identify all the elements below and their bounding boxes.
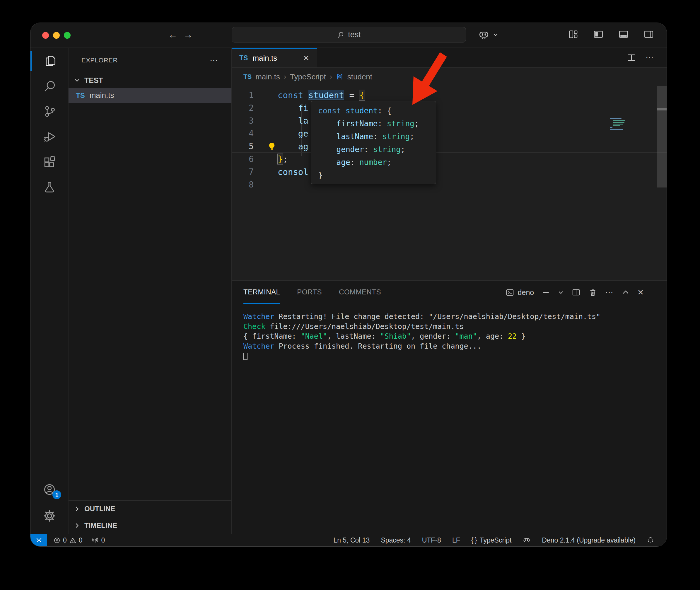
chevron-down-icon[interactable] <box>493 32 498 37</box>
tab-ports[interactable]: PORTS <box>297 281 322 304</box>
timeline-section-header[interactable]: TIMELINE <box>69 517 231 534</box>
sidebar-title: EXPLORER <box>81 57 118 64</box>
toggle-primary-sidebar-icon[interactable] <box>593 29 603 39</box>
terminal-line: { firstName: "Nael", lastName: "Shiab", … <box>243 331 667 341</box>
minimize-window-button[interactable] <box>53 32 60 39</box>
file-item-main-ts[interactable]: TS main.ts <box>69 88 231 103</box>
language-mode-status[interactable]: { } TypeScript <box>471 536 512 544</box>
code-line[interactable]: 2 fi <box>232 102 667 114</box>
symbol-object-icon <box>336 73 343 81</box>
lightbulb-icon[interactable] <box>267 141 277 152</box>
outline-section-header[interactable]: OUTLINE <box>69 500 231 517</box>
breadcrumb-separator: › <box>284 73 286 81</box>
shell-label: deno <box>518 288 534 297</box>
split-terminal-icon[interactable] <box>572 288 581 297</box>
warning-icon <box>70 537 76 544</box>
editor-more-actions-icon[interactable]: ⋯ <box>645 53 654 63</box>
kill-terminal-trash-icon[interactable] <box>588 288 597 297</box>
indentation-status[interactable]: Spaces: 4 <box>381 536 411 544</box>
close-panel-icon[interactable]: ✕ <box>637 288 644 297</box>
breadcrumb-symbol[interactable]: student <box>347 72 372 81</box>
code-line[interactable]: 4 ge <box>232 127 667 140</box>
code-line[interactable]: 5 ag <box>232 140 667 153</box>
tooltip-line: age: number; <box>318 156 436 169</box>
close-tab-icon[interactable]: ✕ <box>303 54 309 63</box>
split-editor-icon[interactable] <box>627 53 636 63</box>
radio-tower-icon <box>92 537 99 544</box>
activity-source-control-icon[interactable] <box>30 99 68 124</box>
eol-status[interactable]: LF <box>452 536 460 544</box>
chevron-down-icon <box>74 77 80 84</box>
code-editor[interactable]: 1const student = {2 fi3 la4 ge5 ag6};7co… <box>232 86 667 280</box>
toggle-panel-icon[interactable] <box>619 29 628 39</box>
line-number: 3 <box>232 116 254 126</box>
line-number: 7 <box>232 167 254 177</box>
tab-main-ts[interactable]: TS main.ts ✕ <box>232 48 317 67</box>
terminal-line: Check file:///Users/naelshiab/Desktop/te… <box>243 322 667 331</box>
code-text: la <box>254 116 308 126</box>
toggle-secondary-sidebar-icon[interactable] <box>644 29 654 39</box>
editor-scrollbar[interactable] <box>657 86 667 188</box>
code-line[interactable]: 6}; <box>232 153 667 166</box>
activity-testing-icon[interactable] <box>30 174 68 199</box>
file-name: main.ts <box>90 91 114 100</box>
code-line[interactable]: 8 <box>232 178 667 191</box>
launch-profile-chevron-icon[interactable] <box>558 289 564 295</box>
workspace-root-folder[interactable]: TEST <box>69 73 231 88</box>
tooltip-line: const student: { <box>318 104 436 117</box>
chevron-right-icon <box>74 506 80 512</box>
terminal-output[interactable]: Watcher Restarting! File change detected… <box>232 304 667 534</box>
account-badge: 1 <box>53 490 61 499</box>
new-terminal-icon[interactable] <box>542 288 550 296</box>
activity-run-debug-icon[interactable] <box>30 124 68 149</box>
code-line[interactable]: 7consol <box>232 166 667 178</box>
minimap[interactable] <box>610 118 627 131</box>
terminal-line: Watcher Process finished. Restarting on … <box>243 341 667 351</box>
line-number: 2 <box>232 103 254 113</box>
code-text: consol <box>254 167 308 177</box>
settings-gear-icon[interactable] <box>30 503 68 529</box>
tab-comments[interactable]: COMMENTS <box>339 281 381 304</box>
breadcrumb-scope[interactable]: TypeScript <box>290 72 326 81</box>
problems-status[interactable]: 0 0 <box>54 536 83 544</box>
tooltip-line: gender: string; <box>318 143 436 156</box>
remote-indicator[interactable] <box>30 534 47 546</box>
forward-icon[interactable]: → <box>183 29 193 40</box>
hover-tooltip: const student: { firstName: string; last… <box>311 101 436 184</box>
error-icon <box>54 537 60 544</box>
code-line[interactable]: 3 la <box>232 114 667 127</box>
terminal-profile[interactable]: deno <box>506 288 534 297</box>
tooltip-line: } <box>318 169 436 182</box>
copilot-icon[interactable] <box>478 29 490 40</box>
close-window-button[interactable] <box>42 32 49 39</box>
notifications-bell-icon[interactable] <box>647 536 654 544</box>
terminal-line <box>243 351 667 361</box>
breadcrumb-file[interactable]: main.ts <box>256 72 280 81</box>
command-center-search[interactable]: test <box>232 27 466 42</box>
breadcrumb: TS main.ts › TypeScript › student <box>232 68 667 86</box>
encoding-status[interactable]: UTF-8 <box>422 536 441 544</box>
code-line[interactable]: 1const student = { <box>232 89 667 102</box>
back-icon[interactable]: ← <box>168 29 178 40</box>
tab-terminal[interactable]: TERMINAL <box>243 281 280 304</box>
cursor-position-status[interactable]: Ln 5, Col 13 <box>333 536 370 544</box>
activity-bar: 1 <box>30 48 68 534</box>
activity-explorer-icon[interactable] <box>30 48 68 74</box>
customize-layout-icon[interactable] <box>568 29 578 39</box>
tab-label: main.ts <box>253 54 277 63</box>
activity-extensions-icon[interactable] <box>30 149 68 174</box>
copilot-status-icon[interactable] <box>522 536 531 544</box>
deno-status[interactable]: Deno 2.1.4 (Upgrade available) <box>542 536 635 544</box>
explorer-more-actions-icon[interactable]: ⋯ <box>210 56 218 65</box>
zoom-window-button[interactable] <box>64 32 71 39</box>
editor-tab-bar: TS main.ts ✕ ⋯ <box>232 48 667 68</box>
tooltip-line: firstName: string; <box>318 117 436 130</box>
maximize-panel-icon[interactable] <box>622 289 629 296</box>
panel-more-actions-icon[interactable]: ⋯ <box>605 288 614 297</box>
activity-search-icon[interactable] <box>30 74 68 99</box>
breadcrumb-separator: › <box>330 73 332 81</box>
ports-status[interactable]: 0 <box>92 536 105 544</box>
account-icon[interactable]: 1 <box>30 476 68 503</box>
explorer-sidebar: EXPLORER ⋯ TEST TS main.ts OUTLINE <box>68 48 232 534</box>
braces-icon: { } <box>471 536 477 544</box>
